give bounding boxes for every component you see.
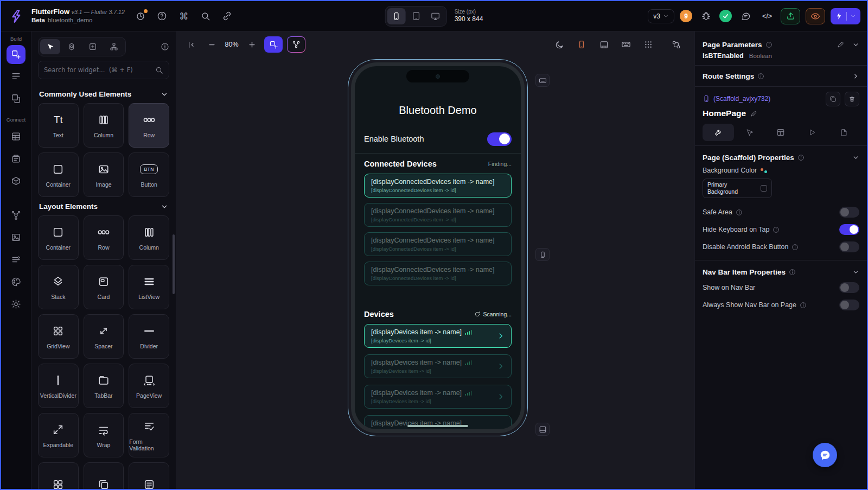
hide-keyboard-toggle[interactable] [839, 224, 859, 235]
widget-card-container2[interactable]: Container [38, 215, 79, 260]
scaffold-reference-link[interactable]: (Scaffold_avjxy732) [713, 95, 770, 103]
keyboard-toggle-icon[interactable] [620, 38, 633, 51]
chevron-right-icon[interactable] [497, 362, 505, 370]
widget-card-spacer[interactable]: Spacer [84, 314, 124, 359]
support-chat-button[interactable] [813, 443, 837, 467]
zoom-out-button[interactable] [203, 36, 220, 53]
edit-page-name-icon[interactable] [750, 110, 757, 117]
widget-card-wrap[interactable]: Wrap [84, 413, 124, 457]
device-item[interactable]: [displayDevices item -> name] [displayDe… [364, 354, 512, 378]
export-button[interactable] [781, 8, 800, 24]
sidebar-item-page-selector[interactable] [6, 66, 27, 86]
help-icon[interactable] [154, 8, 170, 24]
sidebar-item-components[interactable] [6, 88, 27, 109]
widget-card-row2[interactable]: Row [84, 215, 124, 260]
info-icon[interactable] [736, 209, 743, 216]
parameter-name[interactable]: isBTEnabled [703, 52, 744, 60]
tab-actions[interactable] [796, 124, 828, 141]
widget-card-image[interactable]: Image [84, 152, 124, 197]
widget-palette-toggle-button[interactable] [264, 36, 283, 53]
widget-card-expandable[interactable]: Expandable [38, 413, 79, 457]
widget-card-text[interactable]: Tt Text [38, 103, 79, 148]
widget-panel-scrollbar[interactable] [173, 234, 175, 294]
route-settings-row[interactable]: Route Settings [703, 66, 859, 86]
sidebar-item-settings[interactable] [6, 294, 27, 314]
sidebar-item-integrations[interactable] [6, 205, 27, 225]
phone-mockup[interactable]: Bluetooth Demo Enable Bluetooth Connecte… [351, 62, 525, 433]
sidebar-item-media-assets[interactable] [6, 227, 27, 247]
desktop-device-button[interactable] [426, 8, 445, 24]
always-show-navbar-toggle[interactable] [839, 300, 859, 310]
phone-device-button[interactable] [387, 8, 406, 24]
grid-toggle-icon[interactable] [642, 38, 655, 51]
widget-card-partial-3[interactable] [129, 462, 169, 489]
history-icon[interactable] [132, 8, 149, 24]
feedback-icon[interactable] [737, 8, 754, 24]
info-icon[interactable] [161, 42, 169, 51]
disable-back-button-toggle[interactable] [839, 241, 859, 252]
connected-device-item[interactable]: [displayConnectedDevices item -> name] [… [364, 174, 512, 198]
device-item[interactable]: [displayDevices item -> name] [364, 415, 512, 429]
info-icon[interactable] [789, 269, 796, 276]
device-helper-button[interactable] [535, 248, 550, 261]
sidebar-item-widget-palette[interactable] [7, 45, 25, 64]
widget-search[interactable] [38, 61, 169, 79]
safe-area-toggle[interactable] [839, 207, 859, 218]
preview-button[interactable] [806, 8, 825, 24]
widget-card-column2[interactable]: Column [129, 215, 169, 260]
sidebar-item-theme[interactable] [6, 271, 27, 292]
widget-card-formvalidation[interactable]: Form Validation [129, 413, 169, 457]
connected-device-item[interactable]: [displayConnectedDevices item -> name] [… [364, 203, 512, 227]
info-icon[interactable] [797, 154, 805, 161]
widget-card-stack[interactable]: Stack [38, 265, 79, 309]
search-icon[interactable] [197, 8, 214, 24]
action-flow-editor-button[interactable] [287, 36, 305, 53]
canvas[interactable]: 80% [176, 31, 694, 489]
appbar-title[interactable]: Bluetooth Demo [355, 104, 521, 117]
command-icon[interactable]: ⌘ [176, 8, 192, 24]
widget-card-card[interactable]: Card [84, 265, 124, 309]
tab-widget-add[interactable] [82, 39, 103, 54]
dark-mode-icon[interactable] [553, 38, 566, 51]
theme-color-icon[interactable] [761, 168, 767, 173]
widget-card-pageview[interactable]: PageView [129, 364, 169, 408]
widget-search-input[interactable] [44, 66, 155, 74]
status-check-badge[interactable] [719, 10, 732, 22]
chevron-right-icon[interactable] [497, 393, 505, 400]
zoom-in-button[interactable] [244, 36, 260, 53]
nav-bar-toggle-icon[interactable] [597, 38, 610, 51]
chevron-down-icon[interactable] [852, 154, 859, 161]
collapse-panel-icon[interactable] [183, 36, 199, 53]
tab-code[interactable] [828, 124, 859, 141]
connected-device-item[interactable]: [displayConnectedDevices item -> name] [… [364, 232, 512, 256]
flutterflow-logo[interactable] [8, 7, 26, 26]
widget-card-partial-1[interactable] [38, 462, 79, 489]
sidebar-item-storage[interactable] [6, 170, 27, 191]
bluetooth-toggle[interactable] [487, 132, 512, 146]
tab-widget-shapes[interactable] [61, 39, 81, 54]
delete-scaffold-button[interactable] [845, 92, 859, 106]
bug-icon[interactable] [698, 8, 714, 24]
sidebar-item-database[interactable] [6, 126, 27, 147]
color-swatch[interactable] [761, 185, 767, 192]
widget-card-tabbar[interactable]: TabBar [84, 364, 124, 408]
widget-card-container[interactable]: Container [38, 152, 79, 197]
connected-device-item[interactable]: [displayConnectedDevices item -> name] [… [364, 262, 512, 285]
widget-card-listview[interactable]: ListView [129, 265, 169, 309]
background-color-selector[interactable]: Primary Background [703, 179, 772, 198]
bottom-bar-helper-button[interactable] [535, 423, 550, 436]
tab-interactions[interactable] [734, 124, 765, 141]
chevron-down-icon[interactable] [852, 41, 859, 48]
sidebar-item-data-types[interactable] [6, 148, 27, 169]
tab-widget-cursor[interactable] [40, 39, 60, 54]
widget-card-button[interactable]: BTN Button [129, 152, 169, 197]
device-item[interactable]: [displayDevices item -> name] [displayDe… [364, 324, 512, 348]
section-layout-elements[interactable]: Layout Elements [31, 197, 176, 215]
chevron-right-icon[interactable] [497, 332, 505, 340]
tab-layout[interactable] [765, 124, 797, 141]
show-on-navbar-toggle[interactable] [839, 282, 859, 293]
phone-screen[interactable]: Bluetooth Demo Enable Bluetooth Connecte… [355, 66, 521, 429]
widget-card-partial-2[interactable] [84, 462, 124, 489]
canvas-settings-icon[interactable] [669, 38, 682, 51]
branch-selector[interactable]: v3 [648, 9, 674, 23]
